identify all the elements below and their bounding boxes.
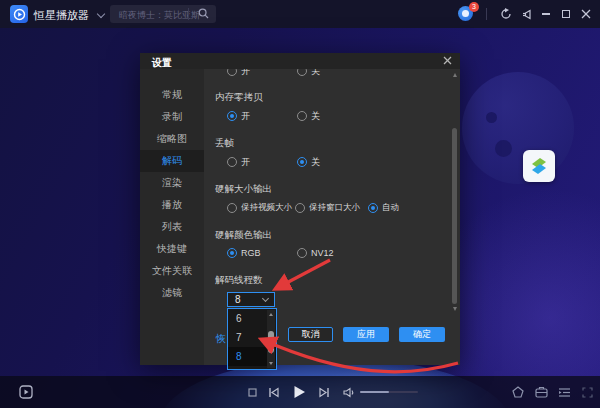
divider <box>486 8 487 20</box>
user-avatar[interactable]: 3 <box>458 6 474 22</box>
radio-icon <box>227 203 237 213</box>
rotate-icon[interactable] <box>508 376 528 408</box>
radio-icon <box>297 248 307 258</box>
radio-label: 关 <box>311 110 320 123</box>
option-row: 保持视频大小保持窗口大小自动 <box>227 202 399 214</box>
app-title: 恒星播放器 <box>34 8 89 23</box>
mini-player-icon[interactable] <box>16 376 36 408</box>
radio-option[interactable]: 关 <box>297 110 367 123</box>
ok-button[interactable]: 确定 <box>399 327 445 342</box>
maximize-button[interactable] <box>556 0 576 28</box>
notification-badge: 3 <box>469 2 479 12</box>
scroll-up-icon[interactable] <box>453 73 457 77</box>
volume-fill <box>360 391 389 393</box>
sidebar-item[interactable]: 列表 <box>140 216 204 238</box>
radio-icon <box>297 157 307 167</box>
content-scrollbar[interactable] <box>452 71 458 311</box>
scroll-down-icon[interactable] <box>269 362 273 365</box>
radio-icon <box>227 111 237 121</box>
toolbox-icon[interactable] <box>531 376 551 408</box>
scrollbar-thumb[interactable] <box>452 128 457 304</box>
previous-icon[interactable] <box>263 376 283 408</box>
refresh-icon[interactable] <box>496 0 516 28</box>
search-input[interactable]: 暗夜博士：莫比亚斯 <box>110 5 216 23</box>
radio-label: 保持视频大小 <box>241 202 292 214</box>
clipped-option-row: 开关 <box>227 69 367 77</box>
radio-icon <box>368 203 378 213</box>
announcement-icon[interactable] <box>516 0 536 28</box>
thread-count-select[interactable]: 8 <box>227 292 275 307</box>
radio-option[interactable]: 保持视频大小 <box>227 202 295 214</box>
s-logo-icon <box>527 154 551 178</box>
sidebar-item[interactable]: 滤镜 <box>140 282 204 304</box>
radio-option[interactable]: 开 <box>227 110 297 123</box>
scrollbar-thumb[interactable] <box>268 331 274 353</box>
titlebar-controls: 3 <box>458 0 600 28</box>
radio-option[interactable]: 关 <box>297 156 367 169</box>
planet-crater <box>486 112 497 123</box>
sidebar-item[interactable]: 文件关联 <box>140 260 204 282</box>
option-row: 开关 <box>227 156 367 168</box>
radio-icon <box>297 69 307 76</box>
sidebar-item[interactable]: 缩略图 <box>140 128 204 150</box>
radio-option[interactable]: 开 <box>227 69 297 78</box>
radio-label: 开 <box>241 156 250 169</box>
radio-icon <box>227 157 237 167</box>
restore-default-link[interactable]: 恢 <box>216 332 226 346</box>
sidebar-item[interactable]: 录制 <box>140 106 204 128</box>
dialog-header: 设置 <box>140 53 460 69</box>
radio-icon <box>295 203 305 213</box>
close-button[interactable] <box>576 0 596 28</box>
playlist-icon[interactable] <box>554 376 574 408</box>
radio-option[interactable]: 关 <box>297 69 367 78</box>
sidebar-item[interactable]: 常规 <box>140 84 204 106</box>
dropdown-scrollbar[interactable] <box>267 310 275 368</box>
radio-label: 保持窗口大小 <box>309 202 360 214</box>
option-row: RGBNV12 <box>227 247 367 259</box>
radio-option[interactable]: RGB <box>227 248 297 258</box>
radio-icon <box>227 248 237 258</box>
section-label: 硬解大小输出 <box>215 183 272 196</box>
play-icon[interactable] <box>288 376 310 408</box>
desktop-app-icon[interactable] <box>523 150 555 182</box>
cancel-button[interactable]: 取消 <box>288 327 333 342</box>
scroll-up-icon[interactable] <box>269 313 273 316</box>
select-value: 8 <box>235 294 263 305</box>
section-label: 硬解颜色输出 <box>215 229 272 242</box>
radio-label: 开 <box>241 69 250 78</box>
settings-dialog: 设置 常规录制缩略图解码渲染播放列表快捷键文件关联滤镜 开关 内存零拷贝开关丢帧… <box>140 53 460 365</box>
radio-label: RGB <box>241 248 261 258</box>
player-bar <box>0 376 600 408</box>
radio-option[interactable]: 自动 <box>368 202 399 214</box>
planet-crater <box>495 140 512 157</box>
volume-icon[interactable] <box>340 376 358 408</box>
chevron-down-icon[interactable] <box>97 10 105 18</box>
chevron-down-icon <box>262 295 269 302</box>
sidebar-item[interactable]: 解码 <box>140 150 204 172</box>
radio-icon <box>227 69 237 76</box>
sidebar-item[interactable]: 播放 <box>140 194 204 216</box>
apply-button[interactable]: 应用 <box>343 327 389 342</box>
search-icon[interactable] <box>198 8 209 19</box>
radio-label: 开 <box>241 110 250 123</box>
dialog-title: 设置 <box>152 56 172 70</box>
fullscreen-icon[interactable] <box>577 376 597 408</box>
radio-option[interactable]: 开 <box>227 156 297 169</box>
app-window: 恒星播放器 暗夜博士：莫比亚斯 3 <box>0 0 600 408</box>
radio-option[interactable]: 保持窗口大小 <box>295 202 368 214</box>
minimize-button[interactable] <box>536 0 556 28</box>
scroll-down-icon[interactable] <box>453 307 457 311</box>
app-logo-icon[interactable] <box>10 5 28 23</box>
option-row: 开关 <box>227 110 367 122</box>
radio-label: NV12 <box>311 248 334 258</box>
dialog-close-icon[interactable] <box>443 56 452 65</box>
sidebar-item[interactable]: 快捷键 <box>140 238 204 260</box>
radio-label: 关 <box>311 156 320 169</box>
radio-icon <box>297 111 307 121</box>
radio-option[interactable]: NV12 <box>297 248 367 258</box>
next-icon[interactable] <box>314 376 334 408</box>
thread-count-label: 解码线程数 <box>215 274 263 287</box>
volume-slider[interactable] <box>360 391 418 393</box>
sidebar-item[interactable]: 渲染 <box>140 172 204 194</box>
stop-icon[interactable] <box>243 376 261 408</box>
